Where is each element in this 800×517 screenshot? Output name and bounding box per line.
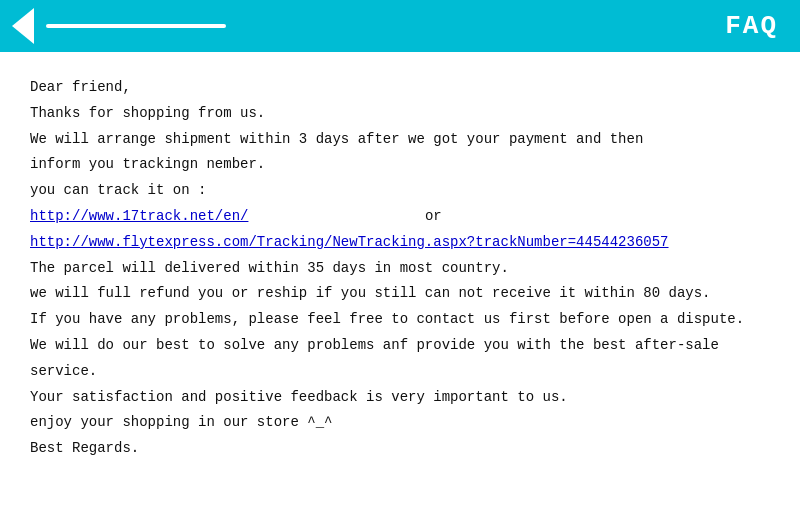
line-service: service. bbox=[30, 360, 770, 384]
line-thanks: Thanks for shopping from us. bbox=[30, 102, 770, 126]
header-bar: FAQ bbox=[0, 0, 800, 52]
line-track: you can track it on : bbox=[30, 179, 770, 203]
line-problems: If you have any problems, please feel fr… bbox=[30, 308, 770, 332]
line-best: We will do our best to solve any problem… bbox=[30, 334, 770, 358]
header-line bbox=[46, 24, 226, 28]
line-enjoy: enjoy your shopping in our store ^_^ bbox=[30, 411, 770, 435]
url-spacer bbox=[257, 208, 417, 224]
faq-content: Dear friend, Thanks for shopping from us… bbox=[0, 52, 800, 483]
header-title: FAQ bbox=[725, 11, 788, 41]
line-regards: Best Regards. bbox=[30, 437, 770, 461]
line-dear: Dear friend, bbox=[30, 76, 770, 100]
line-parcel: The parcel will delivered within 35 days… bbox=[30, 257, 770, 281]
line-inform: inform you trackingn nember. bbox=[30, 153, 770, 177]
arrow-icon bbox=[12, 8, 34, 44]
line-flytexpress: http://www.flytexpress.com/Tracking/NewT… bbox=[30, 231, 770, 255]
header-left bbox=[12, 8, 226, 44]
url-17track: http://www.17track.net/en/ bbox=[30, 208, 248, 224]
url-or: or bbox=[425, 208, 442, 224]
line-satisfaction: Your satisfaction and positive feedback … bbox=[30, 386, 770, 410]
line-arrange: We will arrange shipment within 3 days a… bbox=[30, 128, 770, 152]
line-refund: we will full refund you or reship if you… bbox=[30, 282, 770, 306]
line-urls: http://www.17track.net/en/ or bbox=[30, 205, 770, 229]
